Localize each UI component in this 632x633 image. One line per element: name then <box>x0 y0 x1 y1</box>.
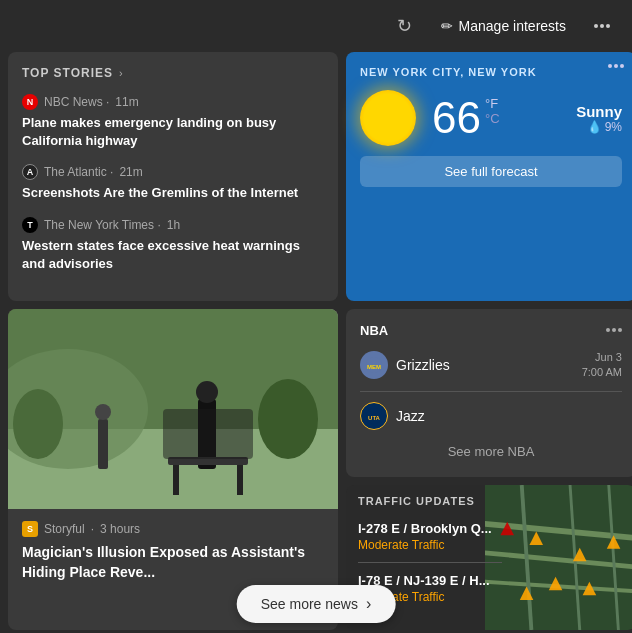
magician-story-card[interactable]: S Storyful · 3 hours Magician's Illusion… <box>8 309 338 630</box>
news-headline-3: Western states face excessive heat warni… <box>22 237 324 273</box>
nba-divider <box>360 391 622 392</box>
top-bar: ↻ ✏ Manage interests <box>0 0 632 52</box>
see-more-news-button[interactable]: See more news › <box>237 585 396 623</box>
atlantic-source-name: The Atlantic · <box>44 165 113 179</box>
nyt-icon: T <box>22 217 38 233</box>
game-time: 7:00 AM <box>582 365 622 380</box>
nyt-source-name: The New York Times · <box>44 218 161 232</box>
nba-card: NBA MEM Grizzlies Jun 3 7:00 AM <box>346 309 632 477</box>
chevron-right-icon: › <box>119 67 123 79</box>
news-item-1[interactable]: N NBC News · 11m Plane makes emergency l… <box>22 94 324 150</box>
main-grid: TOP STORIES › N NBC News · 11m Plane mak… <box>0 52 632 633</box>
dots-icon <box>606 328 622 332</box>
see-more-nba-button[interactable]: See more NBA <box>360 440 622 463</box>
traffic-title: TRAFFIC UPDATES <box>358 495 475 507</box>
weather-card: NEW YORK CITY, NEW YORK 66 °F °C Sunny 💧… <box>346 52 632 301</box>
story-source: S Storyful · 3 hours <box>22 521 324 537</box>
route-1-name: I-278 E / Brooklyn Q... <box>358 521 502 536</box>
svg-rect-6 <box>173 465 179 495</box>
manage-interests-button[interactable]: ✏ Manage interests <box>431 12 576 40</box>
traffic-route-1[interactable]: I-278 E / Brooklyn Q... Moderate Traffic <box>358 521 502 552</box>
svg-point-4 <box>196 381 218 403</box>
story-time: 3 hours <box>100 522 140 536</box>
svg-point-12 <box>95 404 111 420</box>
pencil-icon: ✏ <box>441 18 453 34</box>
svg-rect-11 <box>98 419 108 469</box>
nba-more-button[interactable] <box>606 328 622 332</box>
temp-fahrenheit: °F <box>485 96 500 111</box>
magician-headline: Magician's Illusion Exposed as Assistant… <box>22 543 324 582</box>
nbc-time: 11m <box>115 95 138 109</box>
jazz-icon: UTA <box>360 402 388 430</box>
weather-right: Sunny 💧 9% <box>576 103 622 134</box>
news-item-3[interactable]: T The New York Times · 1h Western states… <box>22 217 324 273</box>
weather-temperature: 66 <box>432 96 481 140</box>
nba-header: NBA <box>360 323 622 338</box>
weather-location: NEW YORK CITY, NEW YORK <box>360 66 622 78</box>
news-headline-1: Plane makes emergency landing on busy Ca… <box>22 114 324 150</box>
svg-text:MEM: MEM <box>367 364 381 370</box>
news-item-2[interactable]: A The Atlantic · 21m Screenshots Are the… <box>22 164 324 202</box>
story-image <box>8 309 338 509</box>
traffic-divider <box>358 562 502 563</box>
atlantic-icon: A <box>22 164 38 180</box>
jazz-name: Jazz <box>396 408 622 424</box>
see-more-news-container: See more news › <box>237 585 396 623</box>
top-stories-title: TOP STORIES <box>22 66 113 80</box>
grizzlies-time: Jun 3 7:00 AM <box>582 350 622 381</box>
weather-main: 66 °F °C Sunny 💧 9% <box>360 90 622 146</box>
news-source-2: A The Atlantic · 21m <box>22 164 324 180</box>
nba-title: NBA <box>360 323 388 338</box>
dots-icon <box>594 24 610 28</box>
sun-icon <box>360 90 416 146</box>
nbc-icon: N <box>22 94 38 110</box>
storyful-icon: S <box>22 521 38 537</box>
news-source-1: N NBC News · 11m <box>22 94 324 110</box>
grizzlies-name: Grizzlies <box>396 357 574 373</box>
storyful-name: Storyful <box>44 522 85 536</box>
weather-precip: 💧 9% <box>576 120 622 134</box>
see-full-forecast-button[interactable]: See full forecast <box>360 156 622 187</box>
svg-point-9 <box>258 379 318 459</box>
nyt-time: 1h <box>167 218 180 232</box>
weather-units: °F °C <box>485 96 500 126</box>
svg-rect-7 <box>237 465 243 495</box>
story-content: S Storyful · 3 hours Magician's Illusion… <box>8 509 338 594</box>
dots-icon <box>608 64 624 68</box>
see-more-arrow: › <box>366 595 371 613</box>
weather-more-button[interactable] <box>608 64 624 68</box>
game-date: Jun 3 <box>582 350 622 365</box>
refresh-button[interactable]: ↻ <box>391 12 419 40</box>
svg-text:UTA: UTA <box>368 415 381 421</box>
weather-condition: Sunny <box>576 103 622 120</box>
temp-celsius: °C <box>485 111 500 126</box>
atlantic-time: 21m <box>119 165 142 179</box>
see-more-news-label: See more news <box>261 596 358 612</box>
news-source-3: T The New York Times · 1h <box>22 217 324 233</box>
topbar-more-button[interactable] <box>588 12 616 40</box>
story-dot: · <box>91 522 94 536</box>
manage-interests-label: Manage interests <box>459 18 566 34</box>
route-1-status: Moderate Traffic <box>358 538 502 552</box>
top-stories-card: TOP STORIES › N NBC News · 11m Plane mak… <box>8 52 338 301</box>
nba-game-jazz[interactable]: UTA Jazz <box>360 402 622 430</box>
top-stories-header[interactable]: TOP STORIES › <box>22 66 324 80</box>
precip-value: 9% <box>605 120 622 134</box>
svg-point-10 <box>13 389 63 459</box>
droplet-icon: 💧 <box>587 120 602 134</box>
svg-rect-8 <box>163 409 253 459</box>
grizzlies-icon: MEM <box>360 351 388 379</box>
nba-game-grizzlies[interactable]: MEM Grizzlies Jun 3 7:00 AM <box>360 350 622 381</box>
news-headline-2: Screenshots Are the Gremlins of the Inte… <box>22 184 324 202</box>
nbc-source-name: NBC News · <box>44 95 109 109</box>
